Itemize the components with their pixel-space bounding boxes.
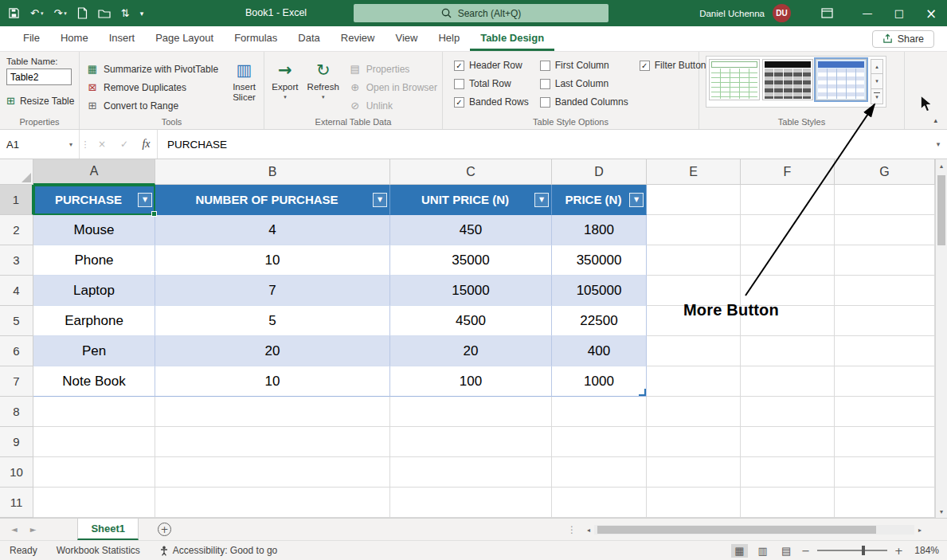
cell[interactable] [552,397,647,427]
redo-button[interactable]: ↷▾ [53,7,66,19]
cell-A1-selected[interactable]: PURCHASE ▼ [33,185,155,215]
table-cell[interactable]: 35000 [390,245,552,276]
remove-duplicates-button[interactable]: ⊠ Remove Duplicates [83,78,221,96]
table-cell[interactable]: 1800 [552,215,647,245]
cell[interactable] [33,457,155,488]
table-cell[interactable]: Pen [33,336,155,366]
tab-table-design[interactable]: Table Design [470,26,554,51]
new-file-button[interactable] [77,7,88,19]
cell[interactable] [647,457,741,488]
scroll-down-button[interactable]: ▾ [936,505,947,518]
filter-button[interactable]: ▼ [534,193,549,207]
scroll-left-button[interactable]: ◂ [583,527,594,534]
cell[interactable] [835,215,935,245]
insert-function-button[interactable]: fx [135,130,158,159]
gallery-scroll-up-button[interactable]: ▴ [871,59,883,74]
cell[interactable] [155,397,390,427]
cell[interactable] [647,245,741,276]
accessibility-status[interactable]: Accessibility: Good to go [150,545,287,556]
collapse-ribbon-button[interactable]: ▴ [933,116,937,124]
maximize-button[interactable]: □ [883,0,915,26]
cell[interactable] [835,336,935,366]
row-header-1[interactable]: 1 [0,185,33,215]
column-header-F[interactable]: F [741,159,835,185]
cell-F1[interactable] [741,185,835,215]
cell[interactable] [741,215,835,245]
ribbon-display-options-button[interactable] [813,0,840,26]
next-sheet-button[interactable]: ► [30,525,37,534]
tab-file[interactable]: File [13,26,50,51]
resize-table-button[interactable]: ⊞ Resize Table [6,92,72,110]
open-file-button[interactable] [98,8,111,18]
column-header-A[interactable]: A [33,159,155,185]
tab-home[interactable]: Home [50,26,99,51]
cell[interactable] [741,457,835,488]
row-header-6[interactable]: 6 [0,336,33,366]
row-header-8[interactable]: 8 [0,397,33,427]
cell-E1[interactable] [647,185,741,215]
select-all-corner[interactable] [0,159,33,185]
ext-properties-button[interactable]: ▤ Properties [346,60,440,78]
minimize-button[interactable]: — [851,0,883,26]
formula-input[interactable]: PURCHASE [158,130,929,159]
scroll-up-button[interactable]: ▴ [936,159,947,172]
horizontal-scrollbar[interactable]: ◂ ▸ [583,524,925,535]
tab-review[interactable]: Review [331,26,385,51]
cell[interactable] [33,427,155,457]
table-style-dark[interactable] [762,59,813,100]
tab-page-layout[interactable]: Page Layout [145,26,224,51]
cell-C1[interactable]: UNIT PRICE (N) ▼ [390,185,552,215]
name-box[interactable]: A1 ▾ [0,130,80,159]
cell[interactable] [647,366,741,397]
summarize-pivottable-button[interactable]: ▦ Summarize with PivotTable [83,60,221,78]
cell[interactable] [835,276,935,306]
table-cell[interactable]: 4 [155,215,390,245]
cell[interactable] [741,397,835,427]
column-header-C[interactable]: C [390,159,552,185]
table-cell[interactable]: 15000 [390,276,552,306]
cell[interactable] [33,488,155,518]
filter-button[interactable]: ▼ [373,193,387,207]
table-cell[interactable]: 105000 [552,276,647,306]
zoom-in-button[interactable]: + [894,545,903,557]
option-filter-button[interactable]: Filter Button [640,60,706,71]
cell[interactable] [390,427,552,457]
option-banded-columns[interactable]: Banded Columns [540,96,628,108]
option-last-column[interactable]: Last Column [540,78,628,89]
unlink-button[interactable]: ⊘ Unlink [346,96,440,115]
table-cell[interactable]: 450 [390,215,552,245]
page-break-view-button[interactable]: ▤ [778,544,794,558]
cell[interactable] [390,397,552,427]
workbook-statistics-button[interactable]: Workbook Statistics [47,545,150,556]
zoom-slider[interactable] [817,550,887,551]
vertical-scroll-thumb[interactable] [937,175,945,245]
horizontal-scroll-thumb[interactable] [597,526,876,534]
cell[interactable] [647,427,741,457]
cell[interactable] [552,427,647,457]
refresh-button[interactable]: ↻ Refresh ▾ [304,55,342,126]
tab-splitter[interactable]: ⋮ [567,524,583,535]
row-header-10[interactable]: 10 [0,457,33,488]
row-header-7[interactable]: 7 [0,366,33,397]
zoom-level[interactable]: 184% [910,545,939,556]
cell[interactable] [33,397,155,427]
avatar[interactable]: DU [773,4,791,22]
scroll-right-button[interactable]: ▸ [914,527,925,534]
cell[interactable] [552,488,647,518]
row-header-9[interactable]: 9 [0,427,33,457]
tab-formulas[interactable]: Formulas [224,26,288,51]
share-button[interactable]: Share [872,30,934,48]
cell[interactable] [835,366,935,397]
tab-insert[interactable]: Insert [99,26,146,51]
cell[interactable] [835,306,935,336]
cell[interactable] [741,427,835,457]
row-header-3[interactable]: 3 [0,245,33,276]
horizontal-scroll-track[interactable] [594,525,914,535]
cell[interactable] [552,457,647,488]
zoom-slider-thumb[interactable] [862,546,865,555]
undo-button[interactable]: ↶▾ [30,7,43,19]
cell[interactable] [835,457,935,488]
enter-button[interactable]: ✓ [113,130,135,159]
table-cell[interactable]: Mouse [33,215,155,245]
table-cell[interactable]: 5 [155,306,390,336]
